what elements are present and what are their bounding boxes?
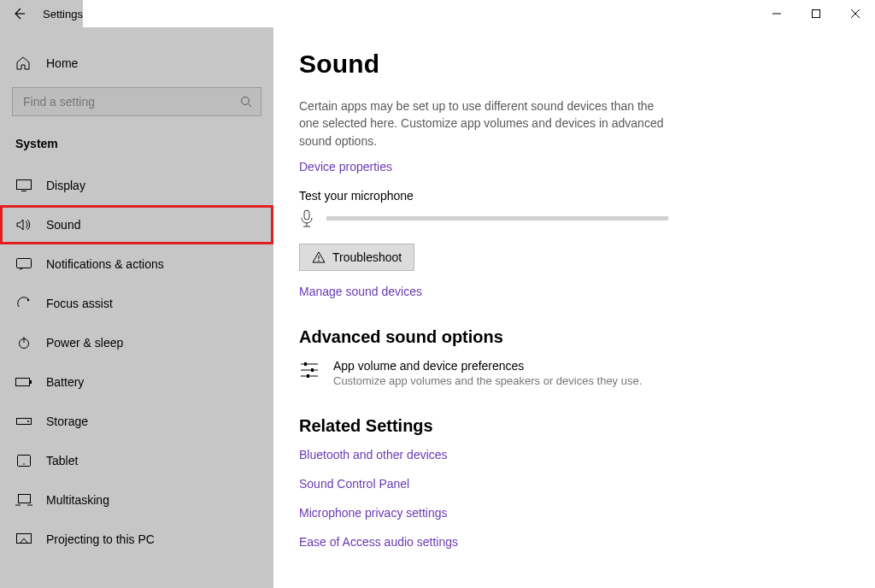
troubleshoot-label: Troubleshoot (332, 250, 402, 264)
sidebar-item-label: Power & sleep (46, 336, 123, 350)
svg-rect-8 (17, 259, 32, 268)
search-wrap (0, 79, 273, 125)
svg-rect-30 (311, 368, 314, 372)
titlebar: Settings (0, 0, 875, 27)
battery-icon (15, 377, 32, 387)
related-links: Bluetooth and other devices Sound Contro… (299, 448, 849, 549)
svg-rect-32 (307, 374, 309, 378)
sidebar-item-storage[interactable]: Storage (0, 402, 273, 441)
sidebar-item-label: Notifications & actions (46, 257, 164, 271)
related-link-bluetooth[interactable]: Bluetooth and other devices (299, 448, 849, 462)
power-icon (15, 336, 32, 350)
sidebar-section-label: System (0, 125, 273, 159)
troubleshoot-button[interactable]: Troubleshoot (299, 244, 414, 271)
search-box[interactable] (12, 87, 261, 116)
sidebar-item-display[interactable]: Display (0, 166, 273, 205)
sidebar-item-sound[interactable]: Sound (0, 205, 273, 244)
sidebar-item-label: Sound (46, 218, 80, 232)
svg-point-9 (27, 299, 29, 301)
mic-level-bar (326, 216, 668, 220)
sound-icon (15, 218, 32, 232)
related-heading: Related Settings (299, 416, 849, 436)
svg-line-5 (249, 104, 252, 108)
focus-icon (15, 296, 32, 311)
svg-rect-1 (813, 10, 820, 18)
sidebar-item-projecting[interactable]: Projecting to this PC (0, 520, 273, 559)
svg-rect-13 (30, 380, 32, 384)
sidebar-item-tablet[interactable]: Tablet (0, 441, 273, 480)
sidebar-item-label: Battery (46, 375, 84, 389)
sidebar-item-multitasking[interactable]: Multitasking (0, 480, 273, 520)
related-link-ease-of-access-audio[interactable]: Ease of Access audio settings (299, 535, 849, 549)
intro-text: Certain apps may be set up to use differ… (299, 97, 675, 150)
svg-rect-12 (16, 379, 30, 386)
window-title: Settings (38, 8, 83, 21)
sidebar-home-label: Home (46, 56, 78, 70)
sidebar-item-label: Focus assist (46, 297, 113, 310)
mic-test-row (299, 209, 849, 228)
projecting-icon (15, 533, 32, 545)
multitasking-icon (15, 494, 32, 506)
adv-item-desc: Customize app volumes and the speakers o… (333, 374, 642, 387)
svg-rect-22 (304, 210, 309, 220)
sidebar-item-notifications[interactable]: Notifications & actions (0, 244, 273, 284)
sidebar-item-label: Storage (46, 415, 88, 428)
notifications-icon (15, 258, 32, 270)
svg-point-17 (23, 463, 25, 465)
adv-item-title: App volume and device preferences (333, 359, 642, 373)
tablet-icon (15, 455, 32, 467)
back-arrow-icon (12, 7, 26, 21)
body: Home System Display Sound (0, 27, 875, 588)
minimize-button[interactable] (757, 0, 796, 27)
settings-window: Settings Home Sys (0, 0, 875, 588)
app-volume-preferences[interactable]: App volume and device preferences Custom… (299, 359, 849, 387)
page-title: Sound (299, 50, 849, 79)
home-icon (15, 56, 32, 71)
close-button[interactable] (836, 0, 875, 27)
related-link-microphone-privacy[interactable]: Microphone privacy settings (299, 506, 849, 520)
maximize-button[interactable] (796, 0, 836, 27)
sidebar-item-label: Display (46, 179, 85, 192)
sidebar-item-power-sleep[interactable]: Power & sleep (0, 323, 273, 362)
sidebar-item-label: Multitasking (46, 493, 109, 507)
titlebar-spacer (83, 0, 757, 27)
search-input[interactable] (21, 94, 218, 109)
svg-rect-18 (19, 495, 31, 503)
sidebar-item-label: Projecting to this PC (46, 532, 155, 546)
storage-icon (15, 416, 32, 426)
display-icon (15, 179, 32, 191)
back-button[interactable] (0, 0, 38, 27)
sidebar-item-battery[interactable]: Battery (0, 362, 273, 402)
window-controls (757, 0, 875, 27)
content: Sound Certain apps may be set up to use … (273, 27, 875, 588)
search-icon (240, 96, 252, 108)
microphone-icon (299, 209, 314, 228)
svg-point-15 (27, 420, 29, 422)
warning-icon (312, 251, 326, 263)
manage-sound-devices-link[interactable]: Manage sound devices (299, 285, 849, 298)
device-properties-link[interactable]: Device properties (299, 160, 849, 173)
advanced-heading: Advanced sound options (299, 327, 849, 347)
svg-point-26 (318, 260, 320, 262)
sidebar: Home System Display Sound (0, 27, 273, 588)
sidebar-navlist: Display Sound Notifications & actions Fo… (0, 159, 273, 559)
svg-point-4 (242, 97, 250, 105)
test-mic-label: Test your microphone (299, 189, 849, 203)
svg-rect-6 (17, 180, 32, 190)
sliders-icon (299, 359, 320, 379)
svg-rect-28 (304, 362, 307, 366)
sidebar-item-focus-assist[interactable]: Focus assist (0, 284, 273, 323)
sidebar-home[interactable]: Home (0, 48, 273, 79)
sidebar-item-label: Tablet (46, 454, 78, 467)
related-link-sound-control-panel[interactable]: Sound Control Panel (299, 477, 849, 491)
